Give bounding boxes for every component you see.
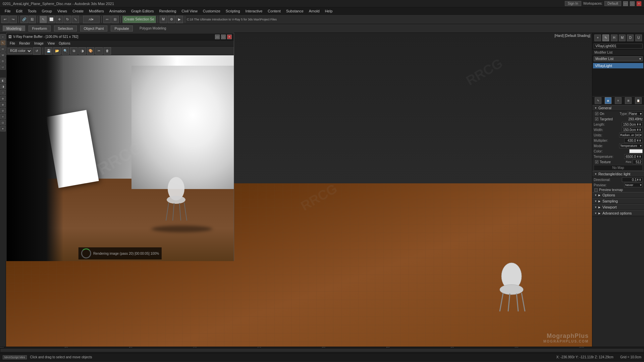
tab-freeform[interactable]: Freeform xyxy=(29,25,51,32)
vray-menu-view[interactable]: View xyxy=(46,41,57,46)
sidebar-extra8-icon[interactable]: ⊡ xyxy=(0,120,6,125)
menu-rendering[interactable]: Rendering xyxy=(157,8,179,14)
redo-btn[interactable]: ↪ xyxy=(9,16,17,23)
render-btn[interactable]: ▶ xyxy=(176,16,183,23)
menu-file[interactable]: File xyxy=(2,8,13,14)
preview-texmap-checkbox[interactable] xyxy=(594,188,598,192)
sidebar-extra2-icon[interactable]: ◨ xyxy=(0,84,6,89)
tab-selection[interactable]: Selection xyxy=(54,25,76,32)
sidebar-utilities-icon[interactable]: U xyxy=(0,64,6,70)
vray-close-btn[interactable]: ✕ xyxy=(227,35,232,39)
sampling-header[interactable]: ▶ Sampling xyxy=(592,198,644,204)
menu-civil-view[interactable]: Civil View xyxy=(179,8,200,14)
menu-modifiers[interactable]: Modifiers xyxy=(86,8,107,14)
sidebar-extra5-icon[interactable]: ⊗ xyxy=(0,102,6,107)
tab-populate[interactable]: Populate xyxy=(111,25,132,32)
rotate-btn[interactable]: ↻ xyxy=(64,16,71,23)
width-value[interactable]: 150.0cm ⬆⬇ xyxy=(622,127,643,132)
rp-panel-icon5[interactable]: 📋 xyxy=(635,97,642,104)
sidebar-extra1-icon[interactable]: ◧ xyxy=(0,78,6,83)
menu-tools[interactable]: Tools xyxy=(25,8,39,14)
menu-help[interactable]: Help xyxy=(322,8,335,14)
vray-minimize-btn[interactable]: — xyxy=(215,35,220,39)
vray-zoom-btn[interactable]: 🔍 xyxy=(62,47,69,55)
create-selection-btn[interactable]: Create Selection Se xyxy=(122,16,156,23)
menu-views[interactable]: Views xyxy=(55,8,70,14)
sidebar-extra4-icon[interactable]: ⊕ xyxy=(0,96,6,101)
sidebar-display-icon[interactable]: D xyxy=(0,58,6,64)
sidebar-motion-icon[interactable]: M xyxy=(0,52,6,58)
align-btn[interactable]: ⊟ xyxy=(111,16,119,23)
select-btn[interactable]: ↖ xyxy=(40,16,47,23)
rp-modify-icon[interactable]: ✎ xyxy=(602,35,609,41)
menu-substance[interactable]: Substance xyxy=(283,8,306,14)
unlink-btn[interactable]: ⛓ xyxy=(29,16,36,23)
options-header[interactable]: ▶ Options xyxy=(592,192,644,198)
no-map-area[interactable]: No Map xyxy=(594,165,643,171)
tab-object-paint[interactable]: Object Paint xyxy=(80,25,108,32)
mirror-btn[interactable]: ⇿ xyxy=(103,16,111,23)
sidebar-create-icon[interactable]: + xyxy=(0,34,6,40)
vray-color-btn[interactable]: 🎨 xyxy=(87,47,94,55)
workspaces-value[interactable]: Default xyxy=(604,1,621,6)
color-swatch[interactable] xyxy=(629,149,643,153)
color-mode-select[interactable]: RGB color xyxy=(8,48,32,54)
vray-menu-file[interactable]: File xyxy=(8,41,17,46)
menu-edit[interactable]: Edit xyxy=(13,8,25,14)
viewport-section-header[interactable]: ▶ Viewport xyxy=(592,204,644,210)
vray-menu-options[interactable]: Options xyxy=(57,41,72,46)
rp-create-icon[interactable]: + xyxy=(594,35,601,41)
menu-customize[interactable]: Customize xyxy=(200,8,223,14)
render-setup-btn[interactable]: ⚙ xyxy=(168,16,175,23)
rp-panel-icon1[interactable]: ✎ xyxy=(595,97,601,104)
vray-compare-btn[interactable]: ⧉ xyxy=(70,47,77,55)
type-dropdown[interactable]: Plane▾ xyxy=(628,111,643,116)
timeline[interactable]: 55 60 65 70 75 80 85 90 95 100 xyxy=(0,347,644,353)
rp-panel-icon2[interactable]: ▣ xyxy=(605,97,611,104)
on-checkbox[interactable]: ✓ xyxy=(595,112,598,115)
sign-in-btn[interactable]: Sign In xyxy=(565,1,581,6)
close-btn[interactable]: ✕ xyxy=(637,1,641,6)
move-btn[interactable]: ✛ xyxy=(56,16,63,23)
vray-stamp-btn[interactable]: ✂ xyxy=(95,47,103,55)
scale-btn[interactable]: ⤡ xyxy=(72,16,79,23)
menu-group[interactable]: Group xyxy=(39,8,55,14)
sidebar-extra7-icon[interactable]: ≡ xyxy=(0,114,6,119)
sidebar-extra3-icon[interactable]: □ xyxy=(0,90,6,95)
directional-value[interactable]: ⬆⬇ xyxy=(622,177,643,182)
res-value[interactable]: 512 xyxy=(633,160,643,164)
vray-menu-image[interactable]: Image xyxy=(32,41,46,46)
units-dropdown[interactable]: Radian..er (W)▾ xyxy=(619,133,643,137)
texture-checkbox[interactable]: ✓ xyxy=(595,160,598,164)
color-reset-btn[interactable]: ↺ xyxy=(33,47,41,55)
vray-maximize-btn[interactable]: □ xyxy=(221,35,226,39)
vray-lut-btn[interactable]: ◑ xyxy=(78,47,86,55)
menu-scripting[interactable]: Scripting xyxy=(223,8,243,14)
sidebar-extra9-icon[interactable]: ✦ xyxy=(0,126,6,131)
selection-filter[interactable]: All▾ xyxy=(83,16,100,23)
directional-input[interactable] xyxy=(623,178,637,182)
rp-hierarchy-icon[interactable]: H xyxy=(611,35,618,41)
undo-btn[interactable]: ↩ xyxy=(1,16,9,23)
modifier-vraylight[interactable]: VRayLight xyxy=(593,63,643,68)
rect-disc-header[interactable]: Rectangle/disc light xyxy=(592,171,644,177)
rp-display-icon[interactable]: D xyxy=(627,35,634,41)
sidebar-modify-icon[interactable]: ✎ xyxy=(0,40,6,46)
rp-utilities-icon[interactable]: U xyxy=(635,35,642,41)
menu-arnold[interactable]: Arnold xyxy=(306,8,322,14)
vray-open-btn[interactable]: 📂 xyxy=(53,47,61,55)
material-editor-btn[interactable]: M xyxy=(160,16,167,23)
preview-dropdown[interactable]: Never▾ xyxy=(624,183,643,187)
select-region-btn[interactable]: ⬜ xyxy=(48,16,55,23)
object-name-input[interactable] xyxy=(594,44,643,49)
minimize-btn[interactable]: — xyxy=(623,1,628,6)
advanced-section-header[interactable]: ▶ Advanced options xyxy=(592,210,644,216)
menu-graph-editors[interactable]: Graph Editors xyxy=(128,8,157,14)
modifier-dropdown[interactable]: Modifier List▾ xyxy=(594,56,643,61)
sidebar-extra6-icon[interactable]: ⊘ xyxy=(0,108,6,113)
rp-panel-icon4[interactable]: ⊞ xyxy=(625,97,632,104)
select-link-btn[interactable]: 🔗 xyxy=(20,16,28,23)
vray-titlebar[interactable]: 🖼 V-Ray Frame Buffer - [100.0% of 521 x … xyxy=(6,33,234,41)
maximize-btn[interactable]: □ xyxy=(630,1,635,6)
vray-clear-btn[interactable]: 🗑 xyxy=(104,47,111,55)
